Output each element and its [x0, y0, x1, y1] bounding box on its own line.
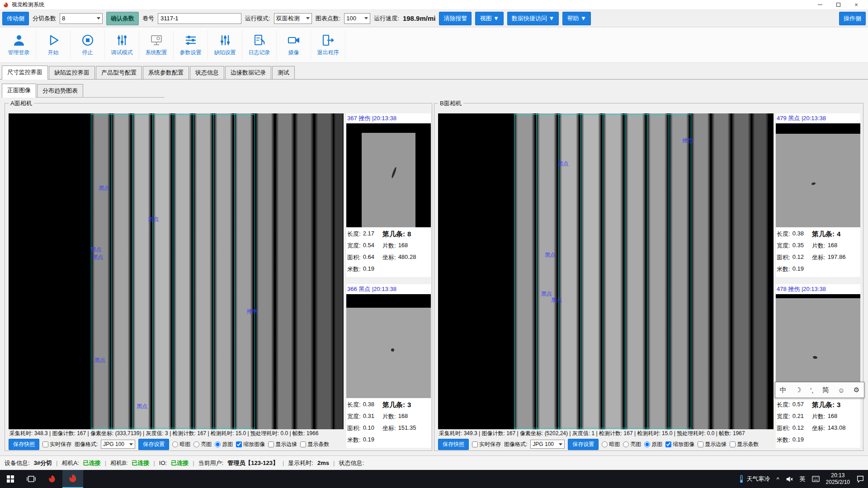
- defect-panel[interactable]: 478 挫伤 |20:13:38 长度:0.57 第几条:3 宽度:0.21 片…: [776, 284, 860, 448]
- hidden-icons-chevron[interactable]: ^: [777, 476, 779, 483]
- taskbar-clock[interactable]: 20:13 2025/2/10: [826, 472, 850, 486]
- operate-side-button[interactable]: 操作侧: [839, 12, 866, 25]
- original-image-input[interactable]: [215, 441, 221, 447]
- show-edge-input[interactable]: [268, 441, 274, 447]
- start-menu-button[interactable]: [0, 470, 21, 488]
- original-image-radio[interactable]: 原图: [215, 441, 233, 448]
- width-label: 宽度:: [777, 242, 790, 250]
- active-app-button[interactable]: [62, 470, 83, 488]
- system-config-button[interactable]: 系统配置: [139, 30, 174, 60]
- ime-halfwidth-icon[interactable]: ☽: [795, 386, 801, 394]
- help-menu-button[interactable]: 帮助 ▼: [562, 12, 590, 25]
- tab-defect-monitor[interactable]: 缺陷监控界面: [49, 66, 95, 79]
- save-settings-button[interactable]: 保存设置: [138, 439, 169, 450]
- defect-annotation: 黑点: [148, 216, 159, 223]
- tab-distribution-chart[interactable]: 分布趋势图表: [37, 84, 83, 97]
- defect-mark: [391, 348, 394, 352]
- clear-alarm-button[interactable]: 清除报警: [439, 12, 472, 25]
- show-edge-checkbox[interactable]: 显示边缘: [698, 441, 726, 448]
- tab-system-param-config[interactable]: 系统参数配置: [143, 66, 189, 79]
- start-button[interactable]: 开始: [36, 30, 71, 60]
- original-image-radio[interactable]: 原图: [644, 441, 662, 448]
- strip-boundary-line: [603, 113, 603, 429]
- tab-status-info[interactable]: 状态信息: [190, 66, 224, 79]
- confirm-strips-button[interactable]: 确认条数: [106, 12, 139, 25]
- defect-panel[interactable]: 366 黑点 |20:13:38 长度:0.38 第几条:3 宽度:0.31 片…: [346, 284, 431, 448]
- defect-mark: [813, 356, 818, 359]
- drive-side-button[interactable]: 传动侧: [2, 12, 29, 25]
- zoom-image-checkbox[interactable]: 缩放图像: [236, 441, 265, 448]
- status-info-label: 状态信息:: [339, 459, 364, 467]
- minimize-button[interactable]: [811, 0, 829, 9]
- device-info-value: 3#分切: [34, 459, 52, 467]
- ime-settings-gear-icon[interactable]: ⚙: [854, 386, 859, 394]
- save-snapshot-button[interactable]: 保存快照: [9, 439, 39, 450]
- stop-button[interactable]: 停止: [71, 30, 105, 60]
- ime-emoji-icon[interactable]: ☺: [838, 386, 844, 394]
- bright-image-radio[interactable]: 亮图: [193, 441, 212, 448]
- slit-count-select[interactable]: 8: [60, 13, 103, 24]
- material-strip: [92, 113, 110, 429]
- defect-panel[interactable]: 367 挫伤 |20:13:38 长度:2.17 第几条:8 宽度:0.54 片…: [346, 113, 431, 277]
- realtime-save-input[interactable]: [472, 441, 478, 447]
- ime-simplified-mode[interactable]: 简: [822, 386, 829, 394]
- tab-size-monitor[interactable]: 尺寸监控界面: [2, 66, 48, 80]
- action-center-icon[interactable]: [856, 475, 864, 483]
- ime-punctuation-icon[interactable]: ’,: [810, 386, 814, 394]
- show-count-checkbox[interactable]: 显示条数: [300, 441, 329, 448]
- realtime-save-checkbox[interactable]: 实时保存: [42, 441, 71, 448]
- image-format-select[interactable]: JPG 100: [530, 440, 565, 449]
- show-edge-input[interactable]: [698, 441, 703, 447]
- weather-widget[interactable]: 天气寒冷: [738, 475, 770, 483]
- display-time-label: 显示耗时:: [288, 459, 313, 467]
- show-edge-checkbox[interactable]: 显示边缘: [268, 441, 297, 448]
- show-count-input[interactable]: [300, 441, 306, 447]
- original-image-input[interactable]: [644, 441, 650, 447]
- exit-program-button[interactable]: 退出程序: [311, 30, 345, 60]
- debug-mode-button[interactable]: 调试模式: [105, 30, 139, 60]
- zoom-image-input[interactable]: [236, 441, 242, 447]
- tab-edge-data-record[interactable]: 边缘数据记录: [225, 66, 271, 79]
- ime-chinese-mode[interactable]: 中: [780, 386, 787, 394]
- log-record-button[interactable]: 日志记录: [242, 30, 277, 60]
- tab-product-model-config[interactable]: 产品型号配置: [96, 66, 142, 79]
- dark-image-radio[interactable]: 暗图: [172, 441, 190, 448]
- realtime-save-checkbox[interactable]: 实时保存: [472, 441, 501, 448]
- dark-image-input[interactable]: [172, 441, 178, 447]
- maximize-button[interactable]: [829, 0, 847, 9]
- dark-image-radio[interactable]: 暗图: [602, 441, 620, 448]
- admin-login-button[interactable]: 管理登录: [2, 30, 36, 60]
- chart-points-select[interactable]: 100: [344, 13, 370, 24]
- tab-test[interactable]: 测试: [272, 66, 295, 79]
- material-strip: [581, 113, 601, 429]
- image-format-select[interactable]: JPG 100: [101, 440, 135, 449]
- input-language-indicator[interactable]: 英: [800, 475, 806, 483]
- run-mode-value: 双面检测: [276, 14, 300, 23]
- save-snapshot-button[interactable]: 保存快照: [438, 439, 469, 450]
- realtime-save-input[interactable]: [42, 441, 48, 447]
- defect-settings-button[interactable]: 缺陷设置: [208, 30, 242, 60]
- roll-number-input[interactable]: [158, 13, 241, 24]
- capture-button[interactable]: 摄像: [277, 30, 311, 60]
- show-count-input[interactable]: [730, 441, 736, 447]
- tab-front-image[interactable]: 正面图像: [2, 84, 36, 98]
- bright-image-input[interactable]: [193, 441, 199, 447]
- show-count-checkbox[interactable]: 显示条数: [730, 441, 759, 448]
- defect-panel[interactable]: 479 黑点 |20:13:38 长度:0.38 第几条:4 宽度:0.35 片…: [776, 113, 860, 277]
- volume-muted-icon[interactable]: [786, 475, 793, 483]
- data-quick-access-button[interactable]: 数据快捷访问 ▼: [507, 12, 559, 25]
- run-mode-select[interactable]: 双面检测: [274, 13, 312, 24]
- bright-image-input[interactable]: [623, 441, 629, 447]
- dark-image-input[interactable]: [602, 441, 608, 447]
- pinned-app-button[interactable]: [42, 470, 62, 488]
- parameter-settings-button[interactable]: 参数设置: [174, 30, 208, 60]
- close-button[interactable]: ×: [847, 0, 865, 9]
- touch-keyboard-icon[interactable]: [812, 476, 820, 482]
- zoom-image-input[interactable]: [665, 441, 671, 447]
- zoom-image-checkbox[interactable]: 缩放图像: [665, 441, 694, 448]
- strip-no-label: 第几条:: [382, 401, 405, 409]
- save-settings-button[interactable]: 保存设置: [568, 439, 599, 450]
- bright-image-radio[interactable]: 亮图: [623, 441, 641, 448]
- view-menu-button[interactable]: 视图 ▼: [475, 12, 503, 25]
- task-view-button[interactable]: [21, 470, 42, 488]
